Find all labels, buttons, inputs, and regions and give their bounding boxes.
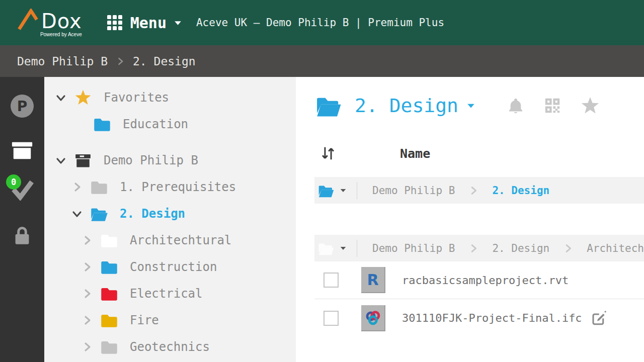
chevron-right-icon[interactable] bbox=[80, 314, 94, 326]
tree-item-label: Education bbox=[123, 117, 188, 131]
folder-row-architechtural[interactable]: Demo Philip B 2. Design Architechtural bbox=[314, 235, 644, 261]
folder-icon bbox=[100, 258, 118, 276]
tree-item-electrical[interactable]: Electrical bbox=[44, 280, 296, 307]
open-folder-icon bbox=[317, 241, 335, 256]
tree-item-label: 1. Prerequisites bbox=[120, 180, 236, 194]
chevron-down-icon bbox=[340, 188, 347, 193]
chevron-down-icon[interactable] bbox=[54, 92, 67, 104]
folder-icon bbox=[93, 116, 111, 133]
tree-item-demo-philip-b[interactable]: Demo Philip B bbox=[44, 147, 296, 173]
file-name[interactable]: racbasicsampleproject.rvt bbox=[402, 274, 569, 287]
menu-label: Menu bbox=[130, 14, 167, 32]
file-checkbox[interactable] bbox=[324, 311, 339, 326]
logo-text: Dox bbox=[41, 12, 82, 31]
profile-badge[interactable]: P bbox=[11, 95, 34, 118]
chevron-right-icon[interactable] bbox=[80, 261, 94, 273]
open-folder-icon bbox=[90, 205, 108, 222]
lock-icon[interactable] bbox=[11, 224, 34, 247]
breadcrumb-segment-current[interactable]: 2. Design bbox=[133, 55, 196, 68]
edit-icon[interactable] bbox=[590, 310, 606, 326]
divider bbox=[357, 182, 357, 199]
folder-tree: Favorites Education Demo Philip B 1. Pre… bbox=[44, 77, 296, 362]
menu-button[interactable]: Menu bbox=[107, 14, 182, 32]
top-bar: Dox Powered by Aceve Menu Aceve UK – Dem… bbox=[0, 0, 644, 45]
chevron-down-icon[interactable] bbox=[54, 154, 67, 166]
chevron-right-icon[interactable] bbox=[80, 288, 94, 300]
open-folder-icon bbox=[314, 94, 343, 118]
title-dropdown-caret-icon[interactable] bbox=[466, 102, 475, 109]
breadcrumb-segment-root[interactable]: Demo Philip B bbox=[17, 55, 108, 68]
path-segment[interactable]: Demo Philip B bbox=[372, 242, 455, 254]
tree-item-favorites[interactable]: Favorites bbox=[44, 84, 296, 111]
breadcrumb: Demo Philip B 2. Design bbox=[0, 45, 644, 77]
divider bbox=[357, 240, 357, 257]
file-row-rvt[interactable]: R racbasicsampleproject.rvt bbox=[314, 261, 644, 299]
ifc-logo-icon bbox=[364, 309, 381, 326]
revit-file-icon: R bbox=[361, 267, 385, 293]
tree-item-label: Electrical bbox=[130, 287, 203, 301]
tree-item-label: Geotechnics bbox=[130, 340, 210, 354]
page-title: 2. Design bbox=[355, 95, 458, 117]
folder-dropdown-button[interactable] bbox=[314, 183, 357, 198]
folder-header: 2. Design bbox=[314, 92, 644, 120]
tree-item-label: Fire bbox=[130, 313, 159, 327]
tasks-count-badge: 0 bbox=[6, 174, 21, 190]
ifc-file-icon bbox=[361, 305, 385, 331]
app-logo[interactable]: Dox Powered by Aceve bbox=[17, 9, 82, 37]
chevron-right-icon bbox=[115, 56, 125, 66]
main-content: 2. Design Name Demo Philip B 2. Design bbox=[296, 77, 644, 362]
folder-icon bbox=[100, 312, 118, 329]
qr-code-icon[interactable] bbox=[544, 97, 561, 114]
path-segment[interactable]: 2. Design bbox=[492, 242, 549, 254]
tree-item-design-selected[interactable]: 2. Design bbox=[44, 200, 296, 227]
chevron-right-icon bbox=[468, 243, 479, 254]
chevron-right-icon[interactable] bbox=[70, 181, 84, 193]
icon-rail: P 0 bbox=[0, 77, 44, 362]
logo-mark-icon bbox=[17, 9, 40, 31]
revit-letter: R bbox=[367, 271, 378, 289]
tree-item-label: Favorites bbox=[104, 90, 169, 105]
chevron-right-icon bbox=[562, 243, 574, 254]
table-header: Name bbox=[314, 144, 644, 163]
tree-item-geotechnics[interactable]: Geotechnics bbox=[44, 333, 296, 360]
favorites-star-icon bbox=[74, 89, 92, 106]
path-segment-current[interactable]: 2. Design bbox=[492, 185, 549, 197]
archive-box-icon[interactable] bbox=[10, 138, 34, 161]
chevron-right-icon[interactable] bbox=[80, 234, 94, 246]
tree-item-label: 2. Design bbox=[120, 207, 185, 221]
path-segment[interactable]: Demo Philip B bbox=[372, 185, 455, 197]
tree-item-label: Architechtural bbox=[130, 233, 231, 247]
tree-item-label: Demo Philip B bbox=[104, 153, 198, 167]
tree-item-construction[interactable]: Construction bbox=[44, 253, 296, 280]
chevron-right-icon bbox=[468, 185, 479, 196]
context-title: Aceve UK – Demo Philip B | Premium Plus bbox=[196, 17, 444, 29]
tree-item-fire[interactable]: Fire bbox=[44, 307, 296, 333]
tree-item-label: Construction bbox=[130, 260, 217, 274]
favorite-star-icon[interactable] bbox=[580, 96, 600, 116]
folder-icon bbox=[100, 285, 118, 302]
notifications-bell-icon[interactable] bbox=[507, 97, 525, 115]
tasks-check-item[interactable]: 0 bbox=[9, 177, 35, 201]
folder-row-design[interactable]: Demo Philip B 2. Design bbox=[314, 177, 644, 204]
open-folder-icon bbox=[317, 183, 335, 198]
tree-item-prerequisites[interactable]: 1. Prerequisites bbox=[44, 173, 296, 200]
tree-item-architechtural[interactable]: Architechtural bbox=[44, 227, 296, 253]
archive-box-icon bbox=[74, 152, 92, 169]
file-name[interactable]: 301110FJK-Project-Final.ifc bbox=[402, 312, 582, 324]
grid-menu-icon bbox=[107, 15, 122, 30]
sort-icon[interactable] bbox=[319, 145, 337, 162]
logo-tagline: Powered by Aceve bbox=[40, 32, 82, 37]
folder-icon bbox=[90, 178, 108, 196]
folder-dropdown-button[interactable] bbox=[314, 241, 357, 256]
path-segment[interactable]: Architechtural bbox=[587, 242, 644, 254]
file-checkbox[interactable] bbox=[324, 273, 339, 288]
column-header-name[interactable]: Name bbox=[400, 146, 430, 161]
chevron-down-icon bbox=[174, 20, 182, 26]
chevron-down-icon bbox=[340, 245, 347, 251]
folder-icon bbox=[100, 232, 118, 249]
tree-item-education[interactable]: Education bbox=[44, 111, 296, 137]
folder-icon bbox=[100, 338, 118, 355]
chevron-down-icon[interactable] bbox=[70, 208, 84, 220]
chevron-right-icon[interactable] bbox=[80, 341, 94, 353]
file-row-ifc[interactable]: 301110FJK-Project-Final.ifc bbox=[314, 299, 644, 337]
